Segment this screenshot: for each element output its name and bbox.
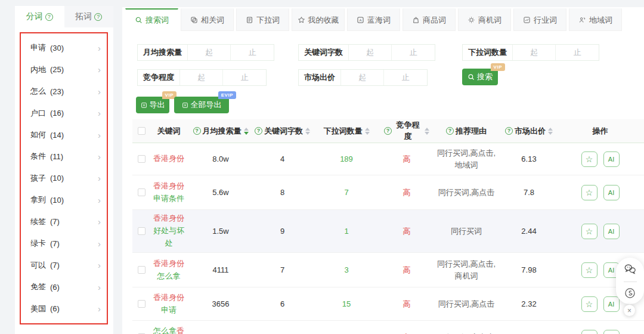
volume-value: 8.0w <box>187 154 254 163</box>
dropdown-count-value[interactable]: 3 <box>311 265 382 274</box>
help-icon <box>45 13 53 21</box>
keyword-link[interactable]: 怎么拿香港身份 <box>151 325 186 334</box>
chevron-right-icon <box>98 195 101 205</box>
letter-a-icon: A <box>357 16 364 24</box>
header-volume[interactable]: 月均搜索量 <box>187 126 254 137</box>
tab-region-words[interactable]: 地域词 <box>569 8 622 31</box>
range-from-input[interactable]: 起 <box>188 45 231 60</box>
range-from-input[interactable]: 起 <box>180 70 223 85</box>
tab-related-words[interactable]: 相关词 <box>181 8 234 31</box>
tab-search-words[interactable]: 搜索词 <box>125 8 178 31</box>
range-to-input[interactable]: 止 <box>231 45 274 60</box>
star-icon <box>586 299 593 309</box>
word-group-item[interactable]: 申请(30) <box>21 42 107 53</box>
dropdown-count-value[interactable]: 15 <box>311 299 382 308</box>
word-group-item[interactable]: 可以(7) <box>21 260 107 271</box>
word-group-item[interactable]: 绿卡(7) <box>21 238 107 249</box>
tab-label: 相关词 <box>201 15 224 26</box>
range-from-input[interactable]: 起 <box>349 45 392 60</box>
word-group-item[interactable]: 怎么(23) <box>21 86 107 97</box>
word-group-item[interactable]: 拿到(10) <box>21 194 107 205</box>
filter-monthly-search-volume: 月均搜索量 起 止 <box>137 44 274 61</box>
sort-icon[interactable] <box>305 128 310 135</box>
ai-button[interactable]: AI <box>603 296 620 312</box>
chevron-right-icon <box>98 173 101 183</box>
tab-word-segment[interactable]: 分词 <box>15 6 64 27</box>
keyword-link[interactable]: 香港身份申请条件 <box>151 180 186 205</box>
favorite-button[interactable] <box>581 330 597 334</box>
word-group-item[interactable]: 免签(6) <box>21 282 107 292</box>
share-link-icon[interactable] <box>624 287 636 299</box>
search-button[interactable]: 搜索 VIP <box>462 69 498 85</box>
export-button[interactable]: 导出 VIP <box>136 97 169 113</box>
keyword-link[interactable]: 香港身份申请 <box>151 292 186 317</box>
range-to-input[interactable]: 止 <box>392 45 435 60</box>
word-group-label: 拿到 <box>30 194 46 205</box>
header-competition[interactable]: 竞争程度 <box>382 120 431 141</box>
word-count-value: 8 <box>254 188 311 197</box>
annotation-red-box: 申请(30) 内地(25) 怎么(23) 户口(16) 如何(14) 条件(11… <box>20 32 108 324</box>
word-group-item[interactable]: 条件(11) <box>21 151 107 162</box>
header-word-count[interactable]: 关键词字数 <box>254 126 311 137</box>
range-to-input[interactable]: 止 <box>384 70 427 85</box>
favorite-button[interactable] <box>581 151 597 167</box>
ai-button[interactable]: AI <box>603 151 620 167</box>
row-checkbox[interactable] <box>138 300 145 308</box>
search-icon <box>135 16 143 24</box>
row-checkbox[interactable] <box>138 266 145 274</box>
range-to-input[interactable]: 止 <box>223 70 266 85</box>
range-from-input[interactable]: 起 <box>341 70 384 85</box>
word-count-value: 9 <box>254 227 311 236</box>
tab-word-expand[interactable]: 拓词 <box>64 6 114 27</box>
range-to-input[interactable]: 止 <box>556 45 599 60</box>
word-group-item[interactable]: 内地(25) <box>21 64 107 75</box>
tab-dropdown-words[interactable]: 下拉词 <box>236 8 289 31</box>
keyword-link[interactable]: 香港身份 <box>151 153 186 165</box>
reason-value: 同行买词,高点击,地域词 <box>435 147 497 171</box>
word-group-item[interactable]: 孩子(10) <box>21 173 107 184</box>
tab-product-words[interactable]: 商品词 <box>402 8 456 31</box>
help-icon <box>193 127 201 135</box>
competition-value: 高 <box>382 299 431 310</box>
sort-icon[interactable] <box>548 128 553 135</box>
select-all-checkbox[interactable] <box>138 127 145 135</box>
ai-button[interactable]: AI <box>603 185 620 200</box>
row-checkbox[interactable] <box>138 188 145 196</box>
tab-industry-words[interactable]: 行业词 <box>513 8 566 31</box>
chevron-right-icon <box>98 86 101 97</box>
nav-tabs: 搜索词 相关词 下拉词 我的收藏 A 蓝海词 商品词 <box>125 8 622 31</box>
word-group-item[interactable]: 美国(6) <box>21 304 107 314</box>
word-group-item[interactable]: 如何(14) <box>21 129 107 140</box>
row-checkbox[interactable] <box>138 227 145 235</box>
tab-my-favorites[interactable]: 我的收藏 <box>292 8 345 31</box>
sort-icon[interactable] <box>244 128 249 135</box>
dropdown-count-value[interactable]: 189 <box>311 154 382 163</box>
export-all-button[interactable]: 全部导出 EVIP <box>174 97 229 113</box>
header-dropdown-count[interactable]: 下拉词数量 <box>311 126 382 137</box>
favorite-button[interactable] <box>581 262 597 278</box>
dropdown-count-value[interactable]: 7 <box>311 188 382 197</box>
ai-button[interactable]: AI <box>603 224 620 239</box>
close-icon[interactable] <box>624 305 635 316</box>
filter-label: 市场出价 <box>299 70 341 85</box>
tab-label: 地域词 <box>589 15 612 26</box>
star-icon <box>586 265 593 275</box>
favorite-button[interactable] <box>581 224 597 239</box>
range-from-input[interactable]: 起 <box>513 45 556 60</box>
ai-button[interactable]: AI <box>603 330 620 334</box>
tab-label: 蓝海词 <box>367 15 391 26</box>
tab-blue-ocean-words[interactable]: A 蓝海词 <box>347 8 400 31</box>
favorite-button[interactable] <box>581 296 597 312</box>
wechat-icon[interactable] <box>623 262 637 276</box>
favorite-button[interactable] <box>581 185 597 200</box>
dropdown-count-value[interactable]: 1 <box>311 227 382 236</box>
sort-icon[interactable] <box>425 128 429 135</box>
tab-opportunity-words[interactable]: 商机词 <box>458 8 511 31</box>
word-group-item[interactable]: 户口(16) <box>21 108 107 119</box>
word-group-item[interactable]: 续签(7) <box>21 217 107 227</box>
header-price[interactable]: 市场出价 <box>501 126 556 137</box>
keyword-link[interactable]: 香港身份好处与坏处 <box>151 212 186 249</box>
keyword-link[interactable]: 香港身份怎么拿 <box>151 258 186 283</box>
sort-icon[interactable] <box>365 128 370 135</box>
row-checkbox[interactable] <box>138 155 145 163</box>
